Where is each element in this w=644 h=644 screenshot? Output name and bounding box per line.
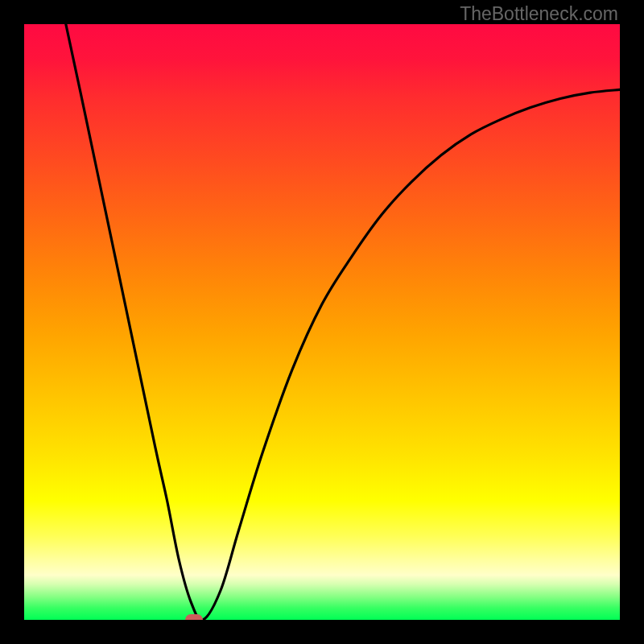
plot-area (24, 24, 620, 620)
attribution-text: TheBottleneck.com (460, 3, 618, 25)
chart-frame: TheBottleneck.com (0, 0, 644, 644)
minimum-marker (185, 614, 203, 620)
bottleneck-curve (24, 24, 620, 620)
